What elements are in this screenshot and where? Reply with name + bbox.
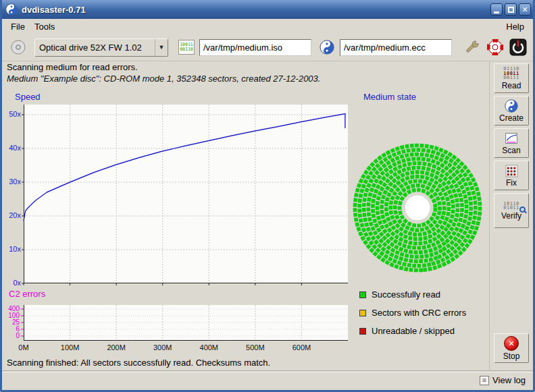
footer-separator (2, 370, 533, 372)
fix-button-label: Fix (506, 179, 517, 187)
stop-button-label: Stop (503, 352, 520, 360)
speed-y-tick: 30x (1, 177, 21, 186)
stop-icon: ✕ (504, 336, 519, 351)
read-button[interactable]: 01110 10011 00111 Read (494, 63, 529, 93)
read-binary-icon: 01110 10011 00111 (503, 67, 519, 80)
medium-state-legend: Successfully read Sectors with CRC error… (359, 285, 466, 340)
x-axis-tick: 600M (288, 343, 315, 352)
view-log-label: View log (492, 375, 526, 385)
scan-chart-icon (505, 132, 518, 145)
x-axis-tick: 100M (57, 343, 84, 352)
create-yinyang-icon (505, 99, 518, 113)
speed-y-tick: 40x (1, 144, 21, 152)
read-button-label: Read (502, 82, 521, 90)
c2-y-tick: 0 (1, 332, 20, 339)
legend-swatch-yellow (359, 310, 366, 316)
x-axis-tick: 500M (242, 343, 269, 352)
legend-item-read: Successfully read (359, 285, 466, 304)
verify-binary-icon: 10110 01011 (503, 202, 519, 211)
x-axis-tick: 400M (195, 343, 222, 352)
stop-button[interactable]: ✕ Stop (494, 333, 529, 363)
create-button[interactable]: Create (494, 96, 529, 125)
x-axis-tick: 300M (149, 343, 176, 352)
log-icon: ≡ (480, 376, 489, 385)
app-window: dvdisaster-0.71 ✕ File Tools Help Optica… (0, 0, 535, 392)
speed-y-tick: 50x (1, 110, 21, 118)
sidebar-separator (489, 61, 490, 370)
scan-button-label: Scan (502, 146, 520, 155)
scan-result-text: Scanning finished: All sectors successfu… (7, 358, 270, 368)
legend-item-unreadable: Unreadable / skipped (359, 322, 466, 340)
legend-swatch-green (359, 291, 366, 298)
x-axis-tick: 200M (103, 343, 130, 352)
x-axis-tick: 0M (10, 343, 37, 352)
view-log-button[interactable]: ≡ View log (480, 375, 526, 385)
speed-y-tick: 0x (1, 279, 21, 287)
create-button-label: Create (499, 114, 524, 122)
verify-button-label: Verify (501, 212, 521, 220)
medium-state-disc (351, 142, 484, 274)
speed-chart (24, 105, 348, 283)
legend-item-crc: Sectors with CRC errors (359, 304, 466, 322)
magnifier-icon (519, 206, 526, 213)
speed-y-tick: 20x (1, 211, 21, 219)
legend-swatch-red (359, 328, 366, 335)
c2-errors-chart (24, 305, 348, 341)
fix-button[interactable]: Fix (494, 161, 529, 190)
verify-button[interactable]: 10110 01011 Verify (494, 193, 529, 228)
speed-y-tick: 10x (1, 245, 21, 253)
fix-sectors-icon (505, 165, 518, 177)
scan-button[interactable]: Scan (494, 128, 529, 158)
